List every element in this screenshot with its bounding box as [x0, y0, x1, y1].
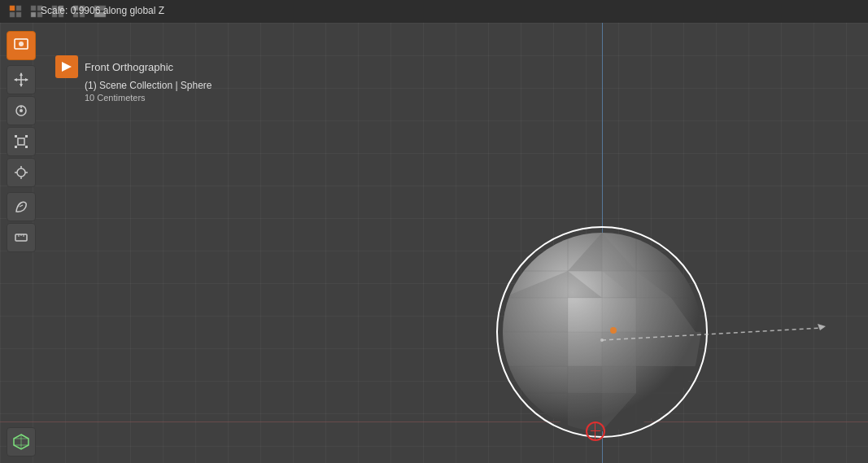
svg-rect-2 [10, 12, 15, 17]
main-viewport[interactable]: Front Orthographic (1) Scene Collection … [0, 23, 868, 463]
scale-info: Scale: 0.9906 along global Z [41, 5, 164, 16]
x-axis-line [0, 422, 868, 422]
cursor-crosshair-v [595, 423, 595, 439]
svg-point-73 [600, 339, 604, 342]
add-object-button[interactable] [7, 427, 36, 456]
left-toolbar [7, 31, 50, 252]
svg-marker-23 [20, 72, 23, 76]
svg-point-28 [20, 109, 23, 112]
viewport-info: Front Orthographic (1) Scene Collection … [55, 55, 212, 103]
svg-rect-6 [31, 12, 36, 17]
svg-marker-26 [25, 78, 28, 81]
transform-tool-button[interactable] [7, 158, 36, 187]
object-mode-icon[interactable] [7, 2, 24, 20]
svg-rect-33 [15, 146, 17, 148]
svg-marker-24 [20, 84, 23, 87]
rotate-tool-button[interactable] [7, 96, 36, 125]
svg-rect-4 [31, 6, 36, 11]
svg-marker-18 [62, 62, 72, 72]
scale-tool-button[interactable] [7, 127, 36, 156]
scale-text: Scale: 0.9906 along global Z [41, 5, 164, 16]
svg-rect-32 [25, 135, 28, 138]
svg-rect-30 [18, 138, 24, 145]
scale-arrow-line [594, 324, 846, 356]
svg-line-71 [602, 328, 822, 340]
mode-icon [55, 55, 78, 78]
svg-point-35 [17, 168, 25, 177]
move-tool-button[interactable] [7, 65, 36, 94]
cursor-crosshair-h [591, 430, 600, 431]
svg-rect-0 [10, 6, 15, 11]
svg-rect-3 [16, 12, 21, 17]
viewport-scale: 10 Centimeters [85, 93, 212, 103]
viewport-collection: (1) Scene Collection | Sphere [85, 80, 212, 91]
svg-line-40 [20, 205, 23, 207]
svg-rect-34 [25, 146, 28, 148]
viewport-title: Front Orthographic [85, 61, 173, 73]
svg-rect-31 [15, 135, 17, 138]
svg-rect-1 [16, 6, 21, 11]
svg-marker-72 [818, 324, 826, 330]
annotate-tool-button[interactable] [7, 192, 36, 221]
measure-tool-button[interactable] [7, 223, 36, 252]
svg-marker-25 [14, 78, 17, 81]
svg-point-20 [19, 41, 24, 46]
select-tool-button[interactable] [7, 31, 36, 60]
3d-cursor [586, 422, 605, 441]
viewport-header: Front Orthographic [55, 55, 212, 78]
